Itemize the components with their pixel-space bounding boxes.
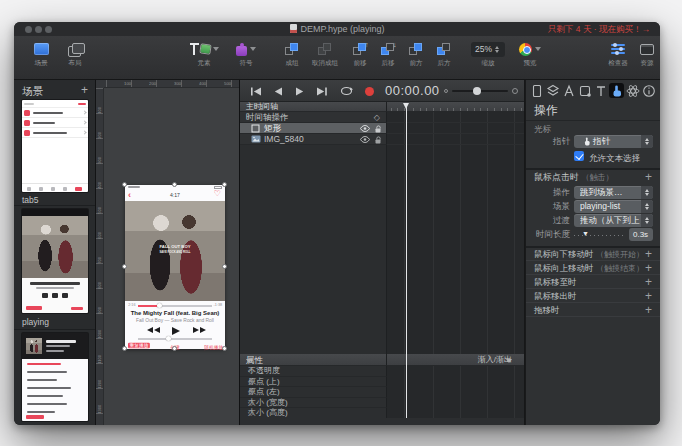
back-chevron-icon[interactable]: ‹ (128, 191, 131, 200)
keyframe-diamond-icon[interactable]: ◇ (248, 366, 380, 377)
event-row-mouse-out[interactable]: 鼠标移出时 + (526, 290, 660, 303)
tab-metrics[interactable] (561, 83, 576, 98)
scene-name[interactable]: playing (22, 317, 49, 327)
progress-slider[interactable] (138, 305, 212, 307)
easing-selector[interactable]: 渐入/渐出 (387, 354, 524, 366)
previous-track-button[interactable] (147, 327, 160, 333)
add-action-button[interactable]: + (645, 262, 652, 275)
playhead-flag[interactable] (403, 103, 409, 109)
keyframe-diamond-icon[interactable]: ◇ (374, 112, 380, 123)
event-row-mouse-over[interactable]: 鼠标移至时 + (526, 276, 660, 289)
add-action-button[interactable]: + (645, 276, 652, 289)
add-action-button[interactable]: + (645, 248, 652, 261)
scene-name[interactable]: tab5 (22, 195, 39, 205)
tab-physics[interactable] (625, 83, 640, 98)
add-action-button[interactable]: + (645, 290, 652, 303)
scene-thumbnail-tab5[interactable] (22, 100, 88, 192)
toolbar-ungroup-button[interactable]: 取消成组 (306, 40, 344, 68)
keyframe-diamond-icon[interactable]: ◇ (248, 377, 380, 388)
shuffle-button[interactable]: 随机播放 (204, 344, 223, 351)
visibility-eye-icon[interactable] (360, 136, 370, 143)
toolbar-resources-button[interactable]: 资源 (634, 40, 660, 68)
scene-thumbnail-playing[interactable] (22, 209, 88, 313)
event-row-mouse-down[interactable]: 鼠标向下移动时 （触摸开始） + (526, 248, 660, 261)
dropdown-stepper-icon[interactable] (641, 214, 653, 227)
toolbar-scenes-button[interactable]: 场景 (26, 40, 56, 68)
step-back-button[interactable] (270, 85, 286, 97)
play-button[interactable] (172, 327, 180, 335)
toolbar-inspector-button[interactable]: 检查器 (602, 40, 634, 68)
slider-thumb-icon[interactable]: ▼ (582, 230, 589, 237)
action-dropdown[interactable]: 跳到场景… (574, 186, 653, 199)
play-button[interactable] (292, 85, 308, 97)
zoom-stepper-icon[interactable] (495, 46, 499, 53)
player-element[interactable]: ‹ 4:17 ♡ FALL OUT BOY SAVE ROCK AND ROLL… (125, 185, 225, 349)
toolbar-symbols-button[interactable]: 符号 (228, 40, 264, 68)
resize-handle[interactable] (122, 182, 127, 187)
toolbar-zoom-control[interactable]: 25% 缩放 (466, 40, 510, 68)
tab-actions[interactable] (609, 83, 624, 98)
zoom-slider-knob[interactable] (473, 87, 481, 95)
layer-row-image[interactable]: IMG_5840 (240, 134, 387, 145)
add-scene-button[interactable]: + (81, 83, 88, 97)
layer-row-rectangle[interactable]: 矩形 (240, 123, 387, 134)
resize-handle[interactable] (172, 182, 177, 187)
duration-field[interactable]: 0.3s (629, 228, 653, 241)
resize-handle[interactable] (222, 264, 227, 269)
event-row-mouse-up[interactable]: 鼠标向上移动时 （触摸结束） + (526, 262, 660, 275)
resize-handle[interactable] (122, 346, 127, 351)
tab-identity[interactable] (641, 83, 656, 98)
zoom-level-field[interactable]: 25% (471, 42, 505, 57)
property-row-origin-left[interactable]: 原点 (左) ↖ ◇ (240, 387, 387, 398)
buy-now-link[interactable]: 只剩下 4 天 · 现在购买！→ (548, 24, 650, 36)
property-row-size-height[interactable]: 大小 (高度) ◇ (240, 408, 387, 419)
tab-element[interactable] (577, 83, 592, 98)
timeline-zoom-slider[interactable] (444, 89, 518, 92)
property-row-size-width[interactable]: 大小 (宽度) ◇ (240, 398, 387, 409)
keyframe-diamond-icon[interactable]: ◇ (248, 398, 380, 409)
timeline-actions-row[interactable]: 时间轴操作 ◇ (240, 112, 387, 123)
resize-handle[interactable] (222, 346, 227, 351)
heart-icon[interactable]: ♡ (214, 190, 221, 198)
toolbar-bring-front-button[interactable]: 前方 (402, 40, 430, 68)
allow-text-selection-checkbox[interactable] (574, 151, 584, 161)
loop-button[interactable] (338, 85, 354, 97)
duration-slider[interactable]: ▼ (574, 232, 626, 237)
tab-scene[interactable] (545, 83, 560, 98)
dropdown-stepper-icon[interactable] (641, 186, 653, 199)
dropdown-stepper-icon[interactable] (641, 200, 653, 213)
lock-icon[interactable] (374, 136, 382, 144)
playhead-line[interactable] (406, 104, 407, 418)
visibility-eye-icon[interactable] (360, 125, 370, 132)
properties-header[interactable]: 属性 (240, 354, 387, 366)
add-action-button[interactable]: + (645, 170, 652, 184)
volume-slider[interactable] (138, 338, 212, 340)
keyframe-diamond-icon[interactable]: ◇ (248, 387, 380, 398)
step-forward-button[interactable] (314, 85, 330, 97)
timeline-selector[interactable]: 主时间轴 (240, 102, 387, 112)
property-row-origin-top[interactable]: 原点 (上) ↖ ◇ (240, 377, 387, 388)
canvas-area[interactable]: 100 200 300 400 500 100 200 300 400 500 … (96, 80, 240, 425)
scene-thumbnail-playing-list[interactable] (22, 333, 88, 421)
next-track-button[interactable] (193, 327, 206, 333)
toolbar-layouts-button[interactable]: 布局 (60, 40, 90, 68)
toolbar-group-button[interactable]: 成组 (278, 40, 306, 68)
add-action-button[interactable]: + (645, 304, 652, 317)
jump-to-start-button[interactable] (248, 85, 264, 97)
record-button[interactable] (361, 85, 377, 97)
lock-icon[interactable] (374, 125, 382, 133)
pointer-dropdown[interactable]: 指针 (574, 135, 653, 148)
toolbar-preview-button[interactable]: 预览 (512, 40, 548, 68)
resize-handle[interactable] (172, 346, 177, 351)
zoom-slider-track[interactable] (452, 90, 508, 92)
tab-document[interactable] (529, 83, 544, 98)
toolbar-bring-forward-button[interactable]: ↑ 前移 (346, 40, 374, 68)
tab-text[interactable] (593, 83, 608, 98)
resize-handle[interactable] (122, 264, 127, 269)
timeline-tracks[interactable] (387, 112, 524, 354)
resize-handle[interactable] (222, 182, 227, 187)
event-row-on-drag[interactable]: 拖移时 + (526, 304, 660, 317)
toolbar-elements-button[interactable]: 元素 (182, 40, 226, 68)
scene-dropdown[interactable]: playing-list (574, 200, 653, 213)
transition-dropdown[interactable]: 推动（从下到上） (574, 214, 653, 227)
